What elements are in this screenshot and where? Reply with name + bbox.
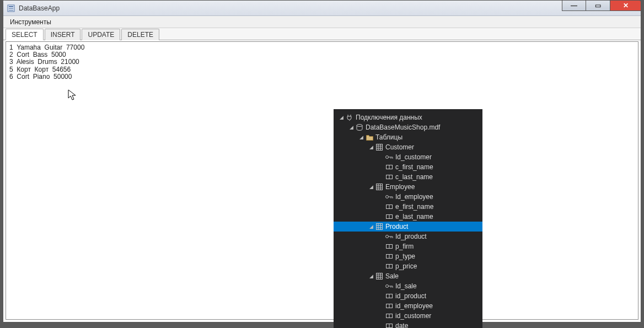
tree-node-label: p_type	[395, 252, 415, 260]
tree-node[interactable]: ◢Product	[334, 222, 482, 232]
svg-point-10	[386, 156, 389, 159]
tree-node[interactable]: c_last_name	[334, 172, 482, 182]
tree-node-label: id_employee	[395, 302, 433, 310]
svg-rect-2	[9, 8, 13, 9]
svg-rect-18	[377, 184, 383, 190]
key-icon	[385, 233, 393, 240]
svg-rect-5	[377, 144, 383, 150]
expander-icon[interactable]: ◢	[368, 273, 374, 279]
tree-node[interactable]: ◢DataBaseMusicShop.mdf	[334, 122, 482, 132]
result-row: 1 Yamaha Guitar 77000	[9, 44, 635, 51]
key-icon	[385, 153, 393, 161]
tree-node[interactable]: ◢Sale	[334, 271, 482, 281]
col-icon	[385, 312, 393, 320]
tab-select[interactable]: SELECT	[6, 29, 44, 40]
app-window: DataBaseApp — ▭ ✕ Инструменты SELECTINSE…	[3, 0, 641, 322]
tree-node-label: Id_sale	[395, 282, 417, 290]
svg-rect-3	[9, 10, 13, 10]
tree-node-label: Таблицы	[375, 133, 402, 141]
tree-node-label: date	[395, 322, 408, 328]
tree-node[interactable]: id_customer	[334, 311, 482, 321]
col-icon	[385, 262, 393, 270]
tree-node-label: Id_employee	[395, 193, 433, 201]
col-icon	[385, 203, 393, 211]
tree-node-label: Id_product	[395, 233, 427, 240]
tree-node-label: DataBaseMusicShop.mdf	[366, 123, 440, 131]
menu-tools[interactable]: Инструменты	[6, 17, 56, 27]
tree-node-label: Sale	[385, 272, 399, 280]
result-row: 6 Cort Piano 50000	[9, 73, 635, 80]
tree-node[interactable]: ◢Таблицы	[334, 132, 482, 142]
close-button[interactable]: ✕	[610, 0, 641, 11]
output-area: 1 Yamaha Guitar 770002 Cort Bass 50003 A…	[6, 41, 638, 320]
key-icon	[385, 193, 393, 201]
tree-node-label: p_firm	[395, 243, 414, 250]
tree-node[interactable]: ◢Customer	[334, 142, 482, 152]
maximize-button[interactable]: ▭	[586, 0, 610, 11]
tree-node-label: c_last_name	[395, 173, 433, 181]
tabstrip: SELECTINSERTUPDATEDELETE	[3, 28, 641, 40]
tab-update[interactable]: UPDATE	[82, 29, 120, 40]
tab-delete[interactable]: DELETE	[121, 29, 159, 40]
tree-node[interactable]: p_firm	[334, 241, 482, 251]
tree-node-label: id_customer	[395, 312, 431, 320]
expander-icon[interactable]: ◢	[358, 135, 364, 140]
db-icon	[356, 123, 363, 131]
tree-node[interactable]: Id_employee	[334, 192, 482, 202]
window-title: DataBaseApp	[19, 4, 60, 12]
key-icon	[385, 282, 393, 290]
expander-icon[interactable]: ◢	[368, 224, 374, 229]
tree-node[interactable]: ◢Employee	[334, 182, 482, 192]
tab-insert[interactable]: INSERT	[45, 29, 81, 40]
plug-icon	[346, 114, 353, 121]
svg-point-51	[386, 285, 389, 288]
col-icon	[385, 252, 393, 260]
col-icon	[385, 213, 393, 221]
tree-node-label: Id_customer	[395, 153, 432, 161]
tree-node[interactable]: Id_product	[334, 232, 482, 241]
tree-node-label: p_price	[395, 262, 417, 270]
tree-node[interactable]: Id_customer	[334, 152, 482, 162]
tree-node-label: id_product	[395, 292, 426, 300]
tree-node[interactable]: e_last_name	[334, 212, 482, 222]
tree-node[interactable]: id_employee	[334, 301, 482, 311]
minimize-button[interactable]: —	[562, 0, 586, 11]
expander-icon[interactable]: ◢	[338, 115, 345, 120]
tree-node-label: Product	[385, 223, 408, 230]
col-icon	[385, 322, 393, 328]
expander-icon[interactable]: ◢	[368, 184, 374, 190]
col-icon	[385, 302, 393, 310]
table-icon	[375, 272, 383, 280]
result-row: 3 Alesis Drums 21000	[9, 58, 635, 66]
table-icon	[375, 223, 383, 230]
tree-node[interactable]: p_type	[334, 251, 482, 261]
tree-node[interactable]: Id_sale	[334, 281, 482, 291]
col-icon	[385, 292, 393, 300]
table-icon	[375, 183, 383, 191]
folder-icon	[366, 133, 373, 141]
svg-rect-31	[377, 224, 383, 230]
tree-node[interactable]: id_product	[334, 291, 482, 301]
tree-node[interactable]: p_price	[334, 261, 482, 271]
menubar: Инструменты	[3, 16, 641, 28]
tree-node[interactable]: e_first_name	[334, 202, 482, 212]
svg-rect-46	[377, 273, 383, 279]
tree-node-label: Подключения данных	[356, 114, 422, 121]
result-row: 2 Cort Bass 5000	[9, 51, 635, 58]
tree-node-label: e_last_name	[395, 213, 433, 221]
server-explorer-panel: ◢Подключения данных◢DataBaseMusicShop.md…	[334, 109, 482, 328]
svg-rect-1	[9, 6, 13, 7]
col-icon	[385, 173, 393, 181]
col-icon	[385, 243, 393, 250]
tree-node-label: c_first_name	[395, 163, 433, 171]
tree-node-label: Employee	[385, 183, 415, 191]
svg-point-23	[386, 196, 389, 198]
expander-icon[interactable]: ◢	[348, 125, 355, 130]
tree-node[interactable]: c_first_name	[334, 162, 482, 172]
tree-node-label: Customer	[385, 143, 414, 151]
titlebar[interactable]: DataBaseApp — ▭ ✕	[3, 1, 641, 16]
tree-node[interactable]: date	[334, 321, 482, 328]
expander-icon[interactable]: ◢	[368, 144, 374, 150]
tree-node[interactable]: ◢Подключения данных	[334, 112, 482, 122]
table-icon	[375, 143, 383, 151]
